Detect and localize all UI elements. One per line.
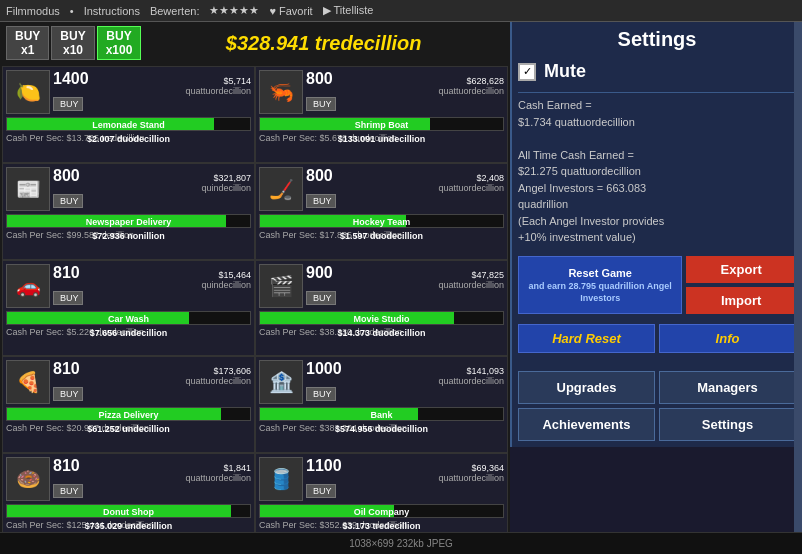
business-icon: 🛢️ (259, 457, 303, 501)
business-count: 1400 (53, 70, 89, 88)
business-count-row: 800 $321,807quindecillion (53, 167, 251, 193)
mute-label: Mute (544, 61, 586, 82)
bottom-bar: 1038×699 232kb JPEG (0, 532, 802, 554)
buy-x100-button[interactable]: BUYx100 (97, 26, 142, 60)
business-top: 🍋 1400 $5,714quattuordecillion BUY (6, 70, 251, 114)
progress-bar-container: Car Wash$7.656 undecillion (6, 311, 251, 325)
business-cost: $321,807quindecillion (201, 173, 251, 193)
business-cost: $5,714quattuordecillion (185, 76, 251, 96)
main-layout: BUYx1 BUYx10 BUYx100 $328.941 tredecilli… (0, 22, 802, 554)
business-top: 📰 800 $321,807quindecillion BUY (6, 167, 251, 211)
film-mode[interactable]: Filmmodus (6, 5, 60, 17)
star-rating[interactable]: ★★★★★ (209, 4, 259, 17)
achievements-button[interactable]: Achievements (518, 408, 655, 441)
buy-business-button[interactable]: BUY (306, 194, 336, 208)
business-cost: $47,825quattuordecillion (438, 270, 504, 290)
angel-note2: +10% investment value) (518, 229, 796, 246)
favorite-link[interactable]: ♥ Favorit (269, 5, 312, 17)
buy-business-button[interactable]: BUY (306, 387, 336, 401)
business-card: 🎬 900 $47,825quattuordecillion BUY Movie… (255, 260, 508, 357)
business-count: 810 (53, 457, 80, 475)
business-top: 🏦 1000 $141,093quattuordecillion BUY (259, 360, 504, 404)
buy-business-button[interactable]: BUY (306, 484, 336, 498)
business-count-row: 1000 $141,093quattuordecillion (306, 360, 504, 386)
progress-label: Bank$574.956 duodecillion (260, 408, 503, 436)
settings-button[interactable]: Settings (659, 408, 796, 441)
business-info: 1000 $141,093quattuordecillion BUY (306, 360, 504, 401)
business-icon: 🏒 (259, 167, 303, 211)
business-count: 1000 (306, 360, 342, 378)
progress-bar-container: Pizza Delivery$61.252 undecillion (6, 407, 251, 421)
left-panel: BUYx1 BUYx10 BUYx100 $328.941 tredecilli… (0, 22, 510, 554)
business-card: 🏒 800 $2,408quattuordecillion BUY Hockey… (255, 163, 508, 260)
bottom-nav: Upgrades Managers Achievements Settings (518, 371, 796, 441)
business-top: 🍕 810 $173,606quattuordecillion BUY (6, 360, 251, 404)
angels-sub: quadrillion (518, 196, 796, 213)
progress-bar-container: Bank$574.956 duodecillion (259, 407, 504, 421)
upgrades-button[interactable]: Upgrades (518, 371, 655, 404)
business-icon: 🏦 (259, 360, 303, 404)
business-count: 800 (306, 70, 333, 88)
info-button[interactable]: Info (659, 324, 796, 353)
buy-business-button[interactable]: BUY (53, 97, 83, 111)
buy-business-button[interactable]: BUY (53, 387, 83, 401)
rating-label: Bewerten: (150, 5, 200, 17)
export-button[interactable]: Export (686, 256, 796, 283)
business-cost: $628,628quattuordecillion (438, 76, 504, 96)
mute-checkbox[interactable]: ✓ (518, 63, 536, 81)
business-cost: $2,408quattuordecillion (438, 173, 504, 193)
business-card: 🏦 1000 $141,093quattuordecillion BUY Ban… (255, 356, 508, 453)
business-top: 🎬 900 $47,825quattuordecillion BUY (259, 264, 504, 308)
progress-label: Pizza Delivery$61.252 undecillion (7, 408, 250, 436)
business-count-row: 810 $1,841quattuordecillion (53, 457, 251, 483)
instructions-link[interactable]: Instructions (84, 5, 140, 17)
progress-bar-container: Movie Studio$14.373 duodecillion (259, 311, 504, 325)
progress-bar-container: Newspaper Delivery$72.936 nonillion (6, 214, 251, 228)
business-card: 🍕 810 $173,606quattuordecillion BUY Pizz… (2, 356, 255, 453)
business-count: 800 (53, 167, 80, 185)
buy-business-button[interactable]: BUY (306, 291, 336, 305)
buy-x10-button[interactable]: BUYx10 (51, 26, 94, 60)
buy-x1-button[interactable]: BUYx1 (6, 26, 49, 60)
business-count: 900 (306, 264, 333, 282)
stats-section: Cash Earned = $1.734 quattuordecillion A… (518, 92, 796, 246)
business-count-row: 1400 $5,714quattuordecillion (53, 70, 251, 96)
reset-game-button[interactable]: Reset Game and earn 28.795 quadrillion A… (518, 256, 682, 314)
business-count: 800 (306, 167, 333, 185)
hard-reset-button[interactable]: Hard Reset (518, 324, 655, 353)
business-icon: 🍕 (6, 360, 50, 404)
business-info: 1100 $69,364quattuordecillion BUY (306, 457, 504, 498)
business-info: 1400 $5,714quattuordecillion BUY (53, 70, 251, 111)
list-link[interactable]: ▶ Titelliste (323, 4, 374, 17)
business-info: 810 $1,841quattuordecillion BUY (53, 457, 251, 498)
cash-earned-value: $1.734 quattuordecillion (518, 114, 796, 131)
buy-business-button[interactable]: BUY (53, 291, 83, 305)
business-cost: $15,464quindecillion (201, 270, 251, 290)
managers-button[interactable]: Managers (659, 371, 796, 404)
business-grid: 🍋 1400 $5,714quattuordecillion BUY Lemon… (0, 64, 510, 552)
progress-label: Newspaper Delivery$72.936 nonillion (7, 215, 250, 243)
business-cost: $141,093quattuordecillion (438, 366, 504, 386)
business-icon: 🦐 (259, 70, 303, 114)
progress-label: Hockey Team$1.597 duodecillion (260, 215, 503, 243)
separator: • (70, 5, 74, 17)
business-icon: 🍩 (6, 457, 50, 501)
business-icon: 📰 (6, 167, 50, 211)
right-scrollbar[interactable] (794, 22, 802, 554)
progress-bar-container: Shrimp Boat$133.091 undecillion (259, 117, 504, 131)
buy-business-button[interactable]: BUY (53, 484, 83, 498)
buy-business-button[interactable]: BUY (53, 194, 83, 208)
buy-business-button[interactable]: BUY (306, 97, 336, 111)
topbar: Filmmodus • Instructions Bewerten: ★★★★★… (0, 0, 802, 22)
business-icon: 🎬 (259, 264, 303, 308)
business-count-row: 810 $15,464quindecillion (53, 264, 251, 290)
business-card: 🦐 800 $628,628quattuordecillion BUY Shri… (255, 66, 508, 163)
business-count: 810 (53, 360, 80, 378)
all-time-label: All Time Cash Earned = (518, 147, 796, 164)
progress-label: Oil Company$3.173 tredecillion (260, 505, 503, 533)
import-button[interactable]: Import (686, 287, 796, 314)
right-panel-wrapper: Settings ✓ Mute Cash Earned = $1.734 qua… (510, 22, 802, 554)
business-info: 810 $173,606quattuordecillion BUY (53, 360, 251, 401)
progress-bar-container: Hockey Team$1.597 duodecillion (259, 214, 504, 228)
business-top: 🛢️ 1100 $69,364quattuordecillion BUY (259, 457, 504, 501)
